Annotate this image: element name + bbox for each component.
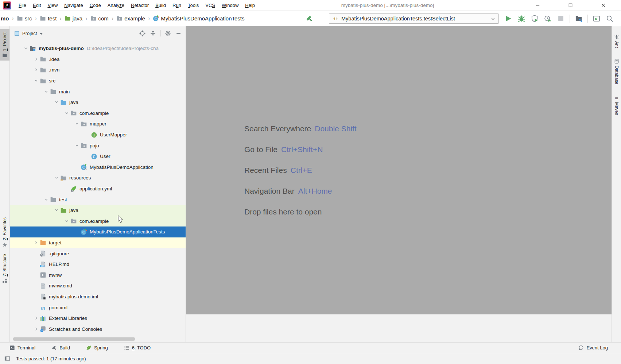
chevron-expanded-icon[interactable]: [63, 111, 70, 116]
project-structure-button[interactable]: [574, 14, 583, 23]
chevron-expanded-icon[interactable]: [53, 175, 60, 180]
tree-item-idea[interactable]: .idea: [10, 54, 186, 65]
menu-analyze[interactable]: Analyze: [104, 0, 128, 11]
menu-help[interactable]: Help: [242, 0, 258, 11]
tree-item-mybatisplusdemoapplicationtests[interactable]: CMybatisPlusDemoApplicationTests: [10, 226, 186, 237]
tree-item-main[interactable]: main: [10, 86, 186, 97]
menu-build[interactable]: Build: [152, 0, 169, 11]
tree-item-user[interactable]: CUser: [10, 151, 186, 162]
locate-file-button[interactable]: [139, 30, 146, 36]
tree-item-mybatis-plus-demo-iml[interactable]: mybatis-plus-demo.iml: [10, 291, 186, 302]
tree-item-mvn[interactable]: .mvn: [10, 65, 186, 75]
run-button[interactable]: [504, 14, 513, 23]
tree-item-mapper[interactable]: mapper: [10, 119, 186, 129]
tree-item-mvnw-cmd[interactable]: mvnw.cmd: [10, 280, 186, 291]
breadcrumb-item-test[interactable]: test: [40, 15, 57, 22]
breadcrumb-label: test: [48, 15, 57, 22]
chevron-collapsed-icon[interactable]: [32, 316, 40, 321]
chevron-collapsed-icon[interactable]: [32, 240, 40, 245]
settings-button[interactable]: [165, 30, 171, 36]
tree-item-gitignore[interactable]: .gitignore: [10, 248, 186, 259]
tree-item-scratches-and-consoles[interactable]: Scratches and Consoles: [10, 324, 186, 334]
chevron-expanded-icon[interactable]: [53, 100, 60, 105]
tool-window-tab-2-favorites[interactable]: 2: Favorites: [2, 217, 7, 247]
chevron-collapsed-icon[interactable]: [32, 57, 40, 62]
search-everywhere-button[interactable]: [605, 14, 614, 23]
breadcrumb-item-java[interactable]: java: [65, 15, 83, 22]
menu-tools[interactable]: Tools: [185, 0, 202, 11]
tool-window-tab-build[interactable]: Build: [51, 345, 70, 351]
menu-code[interactable]: Code: [86, 0, 104, 11]
chevron-down-icon[interactable]: [39, 31, 43, 35]
tree-item-java[interactable]: java: [10, 97, 186, 108]
tool-window-tab-ant[interactable]: Ant: [614, 34, 619, 48]
tree-item-src[interactable]: src: [10, 75, 186, 86]
breadcrumb-item-src[interactable]: src: [17, 15, 32, 22]
project-panel-title[interactable]: Project: [22, 31, 37, 36]
chevron-expanded-icon[interactable]: [43, 197, 50, 202]
tree-item-pom-xml[interactable]: mpom.xml: [10, 302, 186, 313]
tool-window-tab-6-todo[interactable]: 6: TODO: [124, 345, 151, 351]
right-tool-stripe: AntDatabasemMaven: [612, 26, 621, 342]
breadcrumb-item-example[interactable]: example: [116, 15, 145, 22]
menu-window[interactable]: Window: [218, 0, 242, 11]
maximize-button[interactable]: [566, 1, 574, 9]
tree-item-mybatis-plus-demo[interactable]: mybatis-plus-demoD:\IdeaProjects\IdeaPro…: [10, 43, 186, 54]
chevron-expanded-icon[interactable]: [32, 78, 40, 83]
collapse-all-button[interactable]: [150, 30, 156, 36]
tool-window-tab-database[interactable]: Database: [614, 59, 619, 84]
menu-edit[interactable]: Edit: [30, 0, 44, 11]
horizontal-scrollbar[interactable]: [13, 337, 135, 341]
chevron-collapsed-icon[interactable]: [32, 67, 40, 72]
chevron-expanded-icon[interactable]: [63, 219, 70, 224]
tree-item-external-libraries[interactable]: External Libraries: [10, 313, 186, 324]
tool-window-tab-terminal[interactable]: Terminal: [9, 345, 35, 351]
breadcrumb-item-com[interactable]: com: [90, 15, 109, 22]
tool-window-tab-1-project[interactable]: 1: Project: [0, 29, 9, 61]
menu-refactor[interactable]: Refactor: [128, 0, 152, 11]
minimize-button[interactable]: [533, 1, 542, 9]
event-log-button[interactable]: Event Log: [578, 345, 608, 351]
close-button[interactable]: [599, 1, 607, 9]
tree-item-java[interactable]: java: [10, 205, 186, 216]
tree-item-mvnw[interactable]: mvnw: [10, 270, 186, 280]
svg-text:C: C: [82, 230, 85, 234]
menu-navigate[interactable]: Navigate: [61, 0, 86, 11]
run-anything-button[interactable]: [592, 14, 601, 23]
hide-button[interactable]: [175, 30, 182, 36]
tool-window-tab-spring[interactable]: Spring: [86, 345, 108, 351]
tool-window-tab-7-structure[interactable]: 7: Structure: [2, 254, 7, 283]
tree-item-mybatisplusdemoapplication[interactable]: CMybatisPlusDemoApplication: [10, 162, 186, 173]
debug-button[interactable]: [517, 14, 526, 23]
leaf-icon: [86, 345, 92, 351]
tree-item-test[interactable]: test: [10, 194, 186, 205]
menu-run[interactable]: Run: [169, 0, 185, 11]
tree-item-help-md[interactable]: MDHELP.md: [10, 259, 186, 270]
editor-area: Search EverywhereDouble ShiftGo to FileC…: [186, 26, 612, 342]
tree-item-target[interactable]: target: [10, 237, 186, 248]
run-configuration-select[interactable]: MybatisPlusDemoApplicationTests.testSele…: [329, 13, 499, 24]
tree-item-usermapper[interactable]: IUserMapper: [10, 129, 186, 140]
chevron-expanded-icon[interactable]: [73, 121, 81, 126]
chevron-expanded-icon[interactable]: [43, 89, 50, 94]
chevron-expanded-icon[interactable]: [22, 46, 30, 51]
menu-file[interactable]: File: [15, 0, 30, 11]
tool-window-toggle-icon[interactable]: [4, 356, 10, 361]
breadcrumb-item-mo[interactable]: mo: [1, 15, 9, 22]
tree-item-application-yml[interactable]: application.yml: [10, 183, 186, 194]
tool-window-tab-maven[interactable]: mMaven: [614, 95, 619, 115]
menu-vcs[interactable]: VCS: [202, 0, 218, 11]
run-with-coverage-button[interactable]: [530, 14, 539, 23]
menu-view[interactable]: View: [44, 0, 61, 11]
profiler-button[interactable]: [543, 14, 552, 23]
chevron-expanded-icon[interactable]: [73, 143, 81, 148]
tree-item-com-example[interactable]: com.example: [10, 216, 186, 227]
chevron-expanded-icon[interactable]: [53, 208, 60, 213]
chevron-collapsed-icon[interactable]: [32, 327, 40, 332]
tree-item-resources[interactable]: resources: [10, 173, 186, 183]
tree-item-com-example[interactable]: com.example: [10, 108, 186, 119]
breadcrumb-label: com: [98, 15, 109, 22]
breadcrumb-item-mybatisplusdemoapplicationtests[interactable]: CMybatisPlusDemoApplicationTests: [153, 15, 244, 22]
build-project-button[interactable]: [305, 14, 314, 23]
tree-item-pojo[interactable]: pojo: [10, 140, 186, 151]
